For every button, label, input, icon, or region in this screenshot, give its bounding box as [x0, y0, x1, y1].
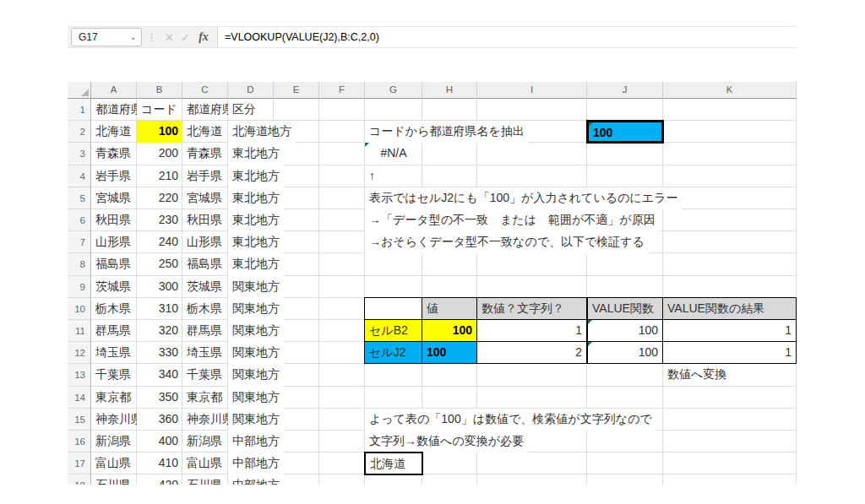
column-header-C[interactable]: C	[182, 82, 228, 99]
cell-A9[interactable]: 茨城県	[91, 276, 137, 298]
grid-cell[interactable]	[477, 453, 587, 474]
grid-cell[interactable]	[477, 253, 587, 275]
cell-C6[interactable]: 秋田県	[182, 209, 228, 231]
grid-cell[interactable]	[365, 99, 422, 121]
cell-A2[interactable]: 北海道	[91, 121, 137, 143]
grid-cell[interactable]	[663, 387, 797, 409]
grid-cell[interactable]	[477, 165, 587, 187]
grid-cell[interactable]	[587, 276, 663, 298]
cell-A6[interactable]: 秋田県	[91, 209, 137, 231]
column-header-B[interactable]: B	[137, 82, 182, 99]
row-header-4[interactable]: 4	[68, 165, 91, 187]
grid-cell[interactable]	[663, 276, 797, 298]
grid-cell[interactable]	[319, 253, 365, 275]
column-header-D[interactable]: D	[228, 82, 274, 99]
cell-K11[interactable]: 1	[662, 319, 797, 342]
cell-B10[interactable]: 310	[137, 298, 182, 320]
cell-B15[interactable]: 360	[137, 409, 182, 431]
cell-G2[interactable]: コードから都道府県名を抽出	[365, 121, 529, 143]
cell-G16[interactable]: 文字列→数値への変換が必要	[365, 431, 528, 453]
grid-cell[interactable]	[663, 143, 797, 165]
grid-cell[interactable]	[663, 209, 797, 231]
cell-D9[interactable]: 関東地方	[228, 276, 284, 298]
cell-D1[interactable]: 区分	[228, 99, 274, 121]
cell-B4[interactable]: 210	[137, 165, 182, 187]
row-header-12[interactable]: 12	[68, 342, 91, 364]
cell-B14[interactable]: 350	[137, 387, 182, 409]
row-header-16[interactable]: 16	[68, 431, 91, 453]
cell-A12[interactable]: 埼玉県	[91, 342, 137, 364]
grid-cell[interactable]	[663, 99, 797, 121]
cell-C5[interactable]: 宮城県	[182, 187, 228, 209]
grid-cell[interactable]	[319, 99, 365, 121]
grid-cell[interactable]	[422, 453, 477, 474]
cell-B9[interactable]: 300	[137, 276, 182, 298]
grid-cell[interactable]	[587, 99, 663, 121]
cell-B1[interactable]: コード	[137, 99, 182, 121]
grid-cell[interactable]	[319, 409, 365, 431]
cell-G7[interactable]: →おそらくデータ型不一致なので、以下で検証する	[365, 231, 649, 253]
grid-cell[interactable]	[422, 99, 477, 121]
grid-cell[interactable]	[422, 387, 477, 409]
row-header-11[interactable]: 11	[68, 320, 91, 342]
row-header-18[interactable]: 18	[68, 474, 91, 485]
cell-C12[interactable]: 埼玉県	[182, 342, 228, 364]
cell-K12[interactable]: 1	[662, 341, 797, 364]
grid-cell[interactable]	[319, 231, 365, 253]
grid-cell[interactable]	[319, 364, 365, 386]
cell-B2[interactable]: 100	[137, 121, 182, 143]
grid-cell[interactable]	[663, 431, 797, 453]
accept-button[interactable]: ✓	[177, 31, 193, 44]
cell-G11[interactable]: セルB2	[364, 319, 422, 342]
grid-cell[interactable]	[587, 431, 663, 453]
cell-C14[interactable]: 東京都	[182, 387, 228, 409]
grid-cell[interactable]	[319, 320, 365, 342]
grid-cell[interactable]	[663, 187, 797, 209]
name-box[interactable]: G17 ⌄	[71, 28, 142, 46]
cell-C13[interactable]: 千葉県	[182, 364, 228, 386]
cell-G12[interactable]: セルJ2	[364, 341, 422, 364]
grid-cell[interactable]	[663, 453, 797, 474]
cell-A11[interactable]: 群馬県	[91, 320, 137, 342]
row-header-2[interactable]: 2	[68, 121, 91, 143]
cell-D3[interactable]: 東北地方	[228, 143, 284, 165]
cell-A8[interactable]: 福島県	[91, 253, 137, 275]
cell-D16[interactable]: 中部地方	[228, 431, 284, 453]
cell-C15[interactable]: 神奈川県	[182, 409, 228, 431]
grid-cell[interactable]	[477, 364, 587, 386]
cell-C1[interactable]: 都道府県	[182, 99, 228, 121]
cell-A3[interactable]: 青森県	[91, 143, 137, 165]
cell-C2[interactable]: 北海道	[182, 121, 228, 143]
row-header-8[interactable]: 8	[68, 253, 91, 275]
grid-cell[interactable]	[587, 453, 663, 474]
cell-A16[interactable]: 新潟県	[91, 431, 137, 453]
grid-cell[interactable]	[319, 474, 365, 485]
grid-cell[interactable]	[319, 298, 365, 320]
cell-D15[interactable]: 関東地方	[228, 409, 284, 431]
grid-cell[interactable]	[587, 387, 663, 409]
grid-cell[interactable]	[319, 431, 365, 453]
grid-cell[interactable]	[319, 121, 365, 143]
cell-C9[interactable]: 茨城県	[182, 276, 228, 298]
cell-B16[interactable]: 400	[137, 431, 182, 453]
column-header-F[interactable]: F	[319, 82, 365, 99]
grid-cell[interactable]	[422, 165, 477, 187]
cell-G4[interactable]: ↑	[365, 165, 422, 187]
cell-B12[interactable]: 330	[137, 342, 182, 364]
cell-C18[interactable]: 石川県	[182, 474, 228, 485]
grid-cell[interactable]	[477, 99, 587, 121]
cell-D5[interactable]: 東北地方	[228, 187, 284, 209]
cell-J10[interactable]: VALUE関数	[586, 297, 663, 320]
row-header-1[interactable]: 1	[68, 99, 91, 121]
grid-cell[interactable]	[663, 409, 797, 431]
row-header-10[interactable]: 10	[68, 298, 91, 320]
grid-cell[interactable]	[663, 231, 797, 253]
cell-C4[interactable]: 岩手県	[182, 165, 228, 187]
cell-J12[interactable]: 100	[586, 341, 663, 364]
grid-cell[interactable]	[319, 165, 365, 187]
grid-cell[interactable]	[365, 253, 422, 275]
cell-A5[interactable]: 宮城県	[91, 187, 137, 209]
cell-B3[interactable]: 200	[137, 143, 182, 165]
grid-cell[interactable]	[274, 99, 319, 121]
cell-I10[interactable]: 数値？文字列？	[476, 297, 587, 320]
